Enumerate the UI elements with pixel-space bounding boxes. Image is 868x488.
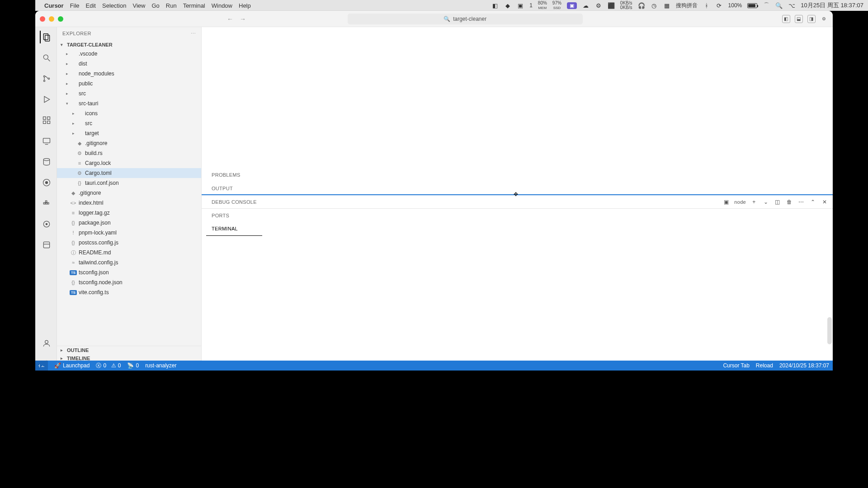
toggle-secondary-sidebar-icon[interactable]: ◨ <box>807 15 816 23</box>
tree-file[interactable]: ≡logger.tag.gz <box>57 208 201 218</box>
tree-file[interactable]: TStsconfig.json <box>57 267 201 277</box>
docker-activity-icon[interactable] <box>40 197 52 210</box>
kill-terminal-icon[interactable]: 🗑 <box>786 198 793 206</box>
window-zoom-button[interactable] <box>58 16 63 22</box>
tree-file[interactable]: {}package.json <box>57 218 201 228</box>
tree-folder[interactable]: ▸node_modules <box>57 69 201 79</box>
close-panel-icon[interactable]: ✕ <box>821 198 828 206</box>
source-control-activity-icon[interactable] <box>40 72 52 85</box>
status-launchpad[interactable]: 🚀 Launchpad <box>54 362 90 369</box>
activity-icon[interactable] <box>40 176 52 189</box>
terminal-body[interactable]: ⌘K to generate a command <box>202 209 833 371</box>
explorer-more-icon[interactable]: ⋯ <box>191 31 196 37</box>
panel-tab-output[interactable]: OUTPUT <box>206 182 262 195</box>
split-terminal-icon[interactable]: ◫ <box>774 198 781 206</box>
tree-file[interactable]: {}tauri.conf.json <box>57 178 201 188</box>
tree-file[interactable]: <>index.html <box>57 198 201 208</box>
menubar-clock[interactable]: 10月25日 周五 18:37:07 <box>801 1 863 9</box>
tree-folder[interactable]: ▸dist <box>57 59 201 69</box>
toggle-panel-icon[interactable]: ⬓ <box>795 15 803 23</box>
status-cursor-tab[interactable]: Cursor Tab <box>723 362 749 369</box>
terminal-profile-icon[interactable]: ▣ <box>722 198 730 206</box>
remote-indicator[interactable]: ⫞⫠ <box>35 361 48 371</box>
terminal-dropdown-icon[interactable]: ⌄ <box>762 198 769 206</box>
sync-icon[interactable]: ⟳ <box>716 2 723 9</box>
control-center-icon[interactable]: ⌥ <box>788 2 795 9</box>
headphones-icon[interactable]: 🎧 <box>638 2 645 9</box>
tree-file[interactable]: TSvite.config.ts <box>57 287 201 297</box>
tree-folder[interactable]: ▸icons <box>57 108 201 118</box>
status-reload[interactable]: Reload <box>756 362 773 369</box>
wechat-icon[interactable]: ☁ <box>582 2 590 9</box>
accounts-activity-icon[interactable] <box>40 337 52 350</box>
menu-view[interactable]: View <box>132 2 145 9</box>
tree-file[interactable]: ⚙Cargo.toml <box>57 168 201 178</box>
settings-gear-icon[interactable]: ⚙ <box>595 2 602 9</box>
toggle-primary-sidebar-icon[interactable]: ◧ <box>782 15 790 23</box>
menubar-app-icon[interactable]: ⬛ <box>608 2 615 9</box>
menu-selection[interactable]: Selection <box>102 2 126 9</box>
window-close-button[interactable] <box>40 16 45 22</box>
window-icon[interactable]: ▦ <box>663 2 670 9</box>
tree-folder[interactable]: ▸.vscode <box>57 49 201 59</box>
screen-record-indicator[interactable]: ▣ <box>567 2 577 9</box>
tree-folder[interactable]: ▸public <box>57 79 201 89</box>
battery-icon[interactable] <box>747 3 757 8</box>
tree-folder[interactable]: ▾src-tauri <box>57 99 201 108</box>
menu-window[interactable]: Window <box>212 2 232 9</box>
extensions-activity-icon[interactable] <box>40 114 52 127</box>
tree-file[interactable]: ⚙build.rs <box>57 148 201 158</box>
menu-edit[interactable]: Edit <box>86 2 96 9</box>
tree-file[interactable]: ≈tailwind.config.js <box>57 258 201 267</box>
panel-tab-problems[interactable]: PROBLEMS <box>206 168 262 182</box>
nav-forward-button[interactable]: → <box>238 15 248 23</box>
menubar-app-icon[interactable]: ◧ <box>491 2 499 9</box>
tree-folder[interactable]: ▸target <box>57 128 201 138</box>
spotlight-search-icon[interactable]: 🔍 <box>775 2 783 9</box>
activity-icon[interactable] <box>40 239 52 251</box>
terminal-shell-label[interactable]: node <box>734 199 746 205</box>
remote-activity-icon[interactable] <box>40 135 52 147</box>
panel-resize-handle[interactable]: ✥ <box>514 191 521 198</box>
tree-folder[interactable]: ▸src <box>57 89 201 99</box>
new-terminal-icon[interactable]: + <box>750 198 758 206</box>
status-rust-analyzer[interactable]: rust-analyzer <box>145 362 176 369</box>
search-activity-icon[interactable] <box>40 52 52 64</box>
tree-file[interactable]: !pnpm-lock.yaml <box>57 228 201 238</box>
settings-gear-icon[interactable]: ⚙ <box>820 15 828 23</box>
tree-file[interactable]: ◆.gitignore <box>57 188 201 198</box>
menu-help[interactable]: Help <box>239 2 251 9</box>
panel-tab-debug-console[interactable]: DEBUG CONSOLE <box>206 195 262 209</box>
database-activity-icon[interactable] <box>40 155 52 168</box>
clock-icon[interactable]: ◷ <box>651 2 658 9</box>
activity-icon[interactable] <box>40 218 52 230</box>
command-center-search[interactable]: 🔍 target-cleaner <box>348 14 583 24</box>
menu-go[interactable]: Go <box>151 2 159 9</box>
panel-more-icon[interactable]: ⋯ <box>797 198 805 206</box>
tree-file[interactable]: ⓘREADME.md <box>57 248 201 258</box>
app-name[interactable]: Cursor <box>44 2 64 9</box>
tree-file[interactable]: {}postcss.config.js <box>57 238 201 248</box>
nav-back-button[interactable]: ← <box>225 15 235 23</box>
tree-file[interactable]: ≡Cargo.lock <box>57 158 201 168</box>
menubar-app-icon[interactable]: ▣ <box>517 2 524 9</box>
ime-label[interactable]: 搜狗拼音 <box>676 2 698 9</box>
tree-folder[interactable]: ▸src <box>57 118 201 128</box>
menubar-app-icon[interactable]: ◆ <box>504 2 511 9</box>
workspace-root-header[interactable]: ▾ TARGET-CLEANER <box>57 41 201 49</box>
tree-file[interactable]: {}tsconfig.node.json <box>57 277 201 287</box>
status-problems[interactable]: ⓧ 0 ⚠ 0 <box>96 362 121 370</box>
terminal-scrollbar[interactable] <box>827 317 832 344</box>
wifi-icon[interactable]: ⌒ <box>763 2 770 9</box>
outline-section[interactable]: ▸OUTLINE <box>57 346 201 354</box>
menu-terminal[interactable]: Terminal <box>183 2 205 9</box>
explorer-activity-icon[interactable] <box>40 31 52 43</box>
menu-run[interactable]: Run <box>166 2 177 9</box>
menu-file[interactable]: File <box>70 2 80 9</box>
bluetooth-icon[interactable]: ᚼ <box>703 2 710 9</box>
window-minimize-button[interactable] <box>49 16 54 22</box>
tree-file[interactable]: ◆.gitignore <box>57 138 201 148</box>
status-ports[interactable]: 📡 0 <box>127 362 139 369</box>
run-debug-activity-icon[interactable] <box>40 93 52 106</box>
maximize-panel-icon[interactable]: ⌃ <box>809 198 816 206</box>
